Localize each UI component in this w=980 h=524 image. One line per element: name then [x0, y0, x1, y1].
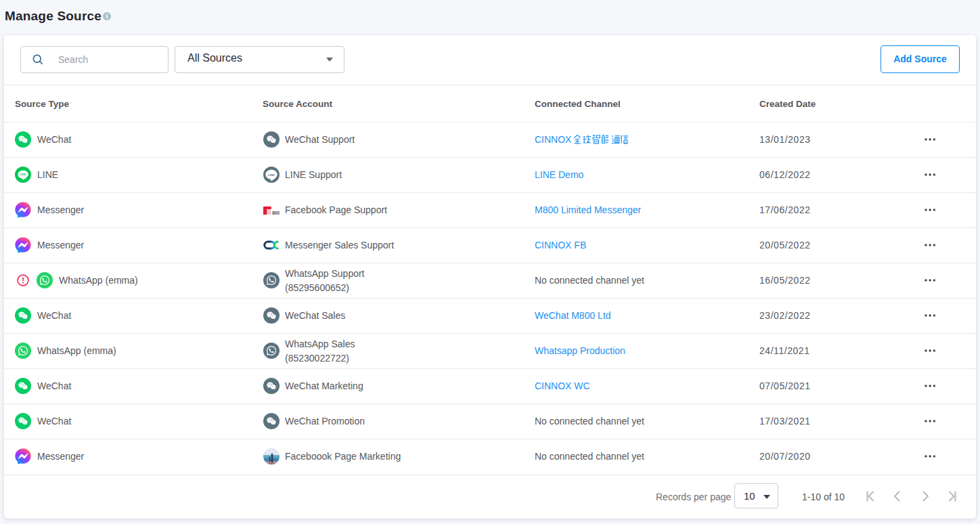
svg-text:800: 800	[272, 211, 280, 215]
